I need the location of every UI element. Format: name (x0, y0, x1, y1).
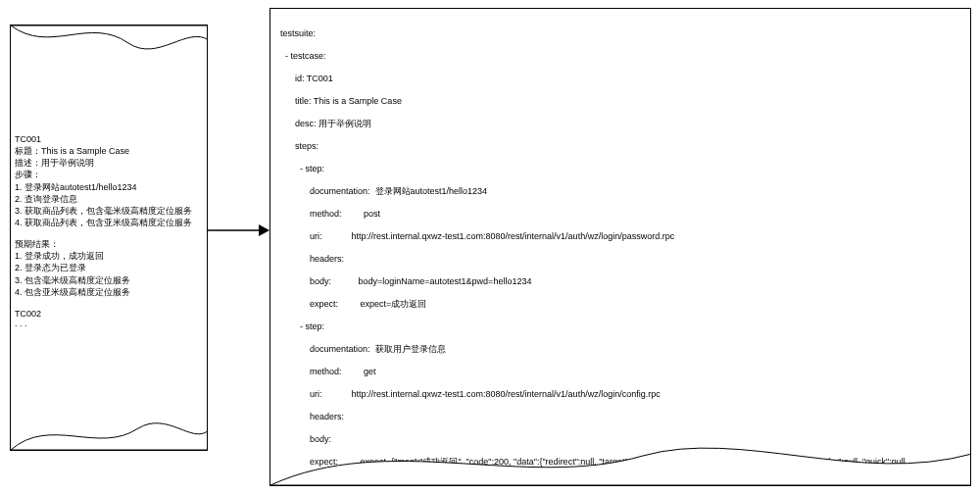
tc-desc: 描述：用于举例说明 (15, 157, 203, 169)
yaml-line: expect: expect={"msg":"成功返回", "code":200… (280, 457, 966, 469)
yaml-line: id: TC001 (280, 74, 966, 85)
step-line: 4. 获取商品列表，包含亚米级高精度定位服务 (15, 217, 203, 228)
yaml-line: testsuite: (280, 28, 966, 40)
torn-edge-top (11, 25, 208, 65)
step-line: 2. 查询登录信息 (15, 193, 203, 205)
yaml-line: expect: expect=成功返回 (280, 299, 966, 311)
ellipsis: · · · (15, 320, 203, 331)
yaml-line: headers: (280, 254, 966, 266)
yaml-line: body: (280, 434, 966, 446)
step-line: 3. 获取商品列表，包含毫米级高精度定位服务 (15, 205, 203, 217)
yaml-line: documentation: 获取用户登录信息 (280, 344, 966, 356)
tc2-id: TC002 (15, 308, 203, 320)
yaml-line: steps: (280, 141, 966, 153)
expect-line: 4. 包含亚米级高精度定位服务 (15, 286, 203, 298)
yaml-line: - step: (280, 321, 966, 333)
svg-marker-1 (259, 224, 270, 236)
yaml-line: body: body=loginName=autotest1&pwd=hello… (280, 276, 966, 288)
expect-line: 2. 登录态为已登录 (15, 262, 203, 273)
expect-line: 3. 包含毫米级高精度定位服务 (15, 274, 203, 286)
expect-label: 预期结果： (15, 238, 203, 250)
transform-arrow-icon (208, 221, 270, 240)
steps-label: 步骤： (15, 169, 203, 180)
yaml-line: uri: http://rest.internal.qxwz-test1.com… (280, 231, 966, 243)
yaml-line: desc: 用于举例说明 (280, 119, 966, 130)
torn-edge-bottom (11, 411, 208, 450)
expect-line: 1. 登录成功，成功返回 (15, 250, 203, 262)
yaml-line: uri: http://rest.internal.qxwz-test1.com… (280, 389, 966, 401)
left-content: TC001 标题：This is a Sample Case 描述：用于举例说明… (15, 133, 203, 331)
yaml-line: method: post (280, 209, 966, 221)
yaml-line: headers: (280, 412, 966, 423)
yaml-line: "password":null, "css":""}} (280, 479, 966, 486)
step-line: 1. 登录网站autotest1/hello1234 (15, 181, 203, 193)
yaml-line: - testcase: (280, 51, 966, 63)
yaml-line: - step: (280, 164, 966, 175)
yaml-line: method: get (280, 367, 966, 378)
tc-id: TC001 (15, 133, 203, 145)
source-test-spec: TC001 标题：This is a Sample Case 描述：用于举例说明… (10, 25, 208, 451)
yaml-line: documentation: 登录网站autotest1/hello1234 (280, 186, 966, 198)
yaml-line: title: This is a Sample Case (280, 96, 966, 108)
right-content: testsuite: - testcase: id: TC001 title: … (280, 17, 966, 486)
tc-title: 标题：This is a Sample Case (15, 145, 203, 157)
yaml-output: testsuite: - testcase: id: TC001 title: … (270, 8, 971, 486)
